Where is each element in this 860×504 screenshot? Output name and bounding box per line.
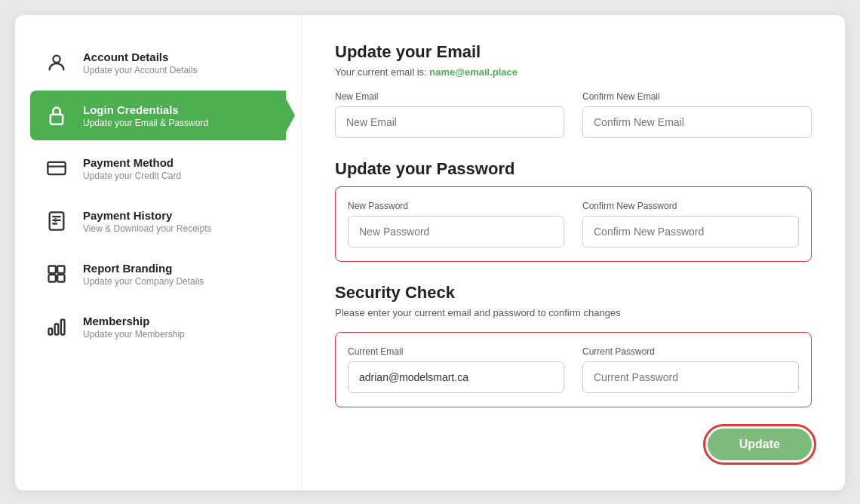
svg-rect-9 bbox=[49, 266, 56, 273]
svg-rect-2 bbox=[48, 162, 65, 174]
sidebar-item-payment-history-sub: View & Download your Receipts bbox=[83, 223, 212, 234]
svg-text:$: $ bbox=[54, 217, 57, 223]
email-section-sub: Your current email is: name@email.place bbox=[335, 66, 812, 78]
current-email-field-label: Current Email bbox=[348, 346, 564, 357]
current-password-label: Current Password bbox=[582, 346, 799, 357]
sidebar-item-report-branding-title: Report Branding bbox=[83, 262, 204, 275]
sidebar-item-membership-sub: Update your Membership bbox=[83, 329, 185, 340]
new-email-input[interactable] bbox=[335, 106, 564, 138]
svg-rect-14 bbox=[55, 324, 59, 335]
sidebar-item-login-credentials[interactable]: Login Credentials Update your Email & Pa… bbox=[30, 91, 286, 140]
credit-card-icon bbox=[42, 154, 71, 183]
confirm-email-input[interactable] bbox=[582, 106, 812, 138]
current-password-input[interactable] bbox=[582, 361, 799, 393]
password-form-row: New Password Confirm New Password bbox=[348, 201, 799, 247]
sidebar-item-membership[interactable]: Membership Update your Membership bbox=[30, 302, 286, 352]
svg-rect-12 bbox=[57, 275, 64, 281]
svg-rect-1 bbox=[51, 115, 63, 124]
sidebar: Account Details Update your Account Deta… bbox=[15, 15, 302, 490]
email-form-row: New Email Confirm New Email bbox=[335, 91, 812, 138]
sidebar-item-report-branding[interactable]: Report Branding Update your Company Deta… bbox=[30, 249, 286, 299]
update-btn-row: Update bbox=[335, 429, 812, 460]
sidebar-item-payment-history[interactable]: $ Payment History View & Download your R… bbox=[30, 196, 286, 246]
svg-rect-11 bbox=[49, 275, 56, 281]
new-password-input[interactable] bbox=[348, 216, 564, 247]
email-section-title: Update your Email bbox=[335, 42, 812, 62]
sidebar-item-payment-method-sub: Update your Credit Card bbox=[83, 171, 181, 181]
current-email-value: name@email.place bbox=[429, 66, 518, 78]
password-section-inner: New Password Confirm New Password bbox=[335, 186, 812, 262]
current-email-field[interactable] bbox=[348, 361, 564, 393]
sidebar-item-payment-history-title: Payment History bbox=[83, 209, 212, 222]
main-content: Update your Email Your current email is:… bbox=[302, 15, 845, 490]
lock-icon bbox=[42, 101, 71, 130]
sidebar-item-report-branding-sub: Update your Company Details bbox=[83, 276, 204, 287]
sidebar-item-account-details-sub: Update your Account Details bbox=[83, 65, 197, 75]
confirm-email-group: Confirm New Email bbox=[582, 91, 812, 138]
security-form-row: Current Email Current Password bbox=[348, 346, 799, 393]
sidebar-item-login-credentials-title: Login Credentials bbox=[83, 103, 208, 116]
sidebar-item-payment-method-title: Payment Method bbox=[83, 156, 181, 169]
sidebar-item-payment-method[interactable]: Payment Method Update your Credit Card bbox=[30, 143, 286, 193]
main-card: Account Details Update your Account Deta… bbox=[15, 15, 845, 490]
report-icon bbox=[42, 260, 71, 288]
security-section-sub: Please enter your current email and pass… bbox=[335, 307, 812, 318]
password-section-title: Update your Password bbox=[335, 159, 812, 179]
user-icon bbox=[42, 48, 71, 77]
receipt-icon: $ bbox=[42, 207, 71, 235]
sidebar-item-login-credentials-sub: Update your Email & Password bbox=[83, 118, 208, 128]
sidebar-item-account-details-title: Account Details bbox=[83, 51, 197, 63]
security-section-inner: Current Email Current Password bbox=[335, 332, 812, 407]
new-email-label: New Email bbox=[335, 91, 564, 102]
new-password-group: New Password bbox=[348, 201, 564, 247]
new-password-label: New Password bbox=[348, 201, 564, 211]
update-button[interactable]: Update bbox=[708, 429, 812, 460]
svg-rect-10 bbox=[57, 266, 64, 273]
svg-point-0 bbox=[53, 56, 60, 63]
current-email-group: Current Email bbox=[348, 346, 564, 393]
current-password-group: Current Password bbox=[582, 346, 799, 393]
security-section-title: Security Check bbox=[335, 283, 812, 303]
new-email-group: New Email bbox=[335, 91, 564, 138]
svg-rect-15 bbox=[61, 320, 65, 335]
confirm-password-input[interactable] bbox=[582, 216, 799, 247]
svg-rect-13 bbox=[49, 328, 53, 334]
sidebar-item-membership-title: Membership bbox=[83, 315, 185, 327]
security-section: Security Check Please enter your current… bbox=[335, 283, 812, 407]
password-section: Update your Password New Password Confir… bbox=[335, 159, 812, 262]
bar-chart-icon bbox=[42, 312, 71, 341]
confirm-password-group: Confirm New Password bbox=[582, 201, 799, 247]
email-section: Update your Email Your current email is:… bbox=[335, 42, 812, 138]
confirm-email-label: Confirm New Email bbox=[582, 91, 812, 102]
current-email-label: Your current email is: bbox=[335, 66, 427, 78]
confirm-password-label: Confirm New Password bbox=[582, 201, 799, 211]
sidebar-item-account-details[interactable]: Account Details Update your Account Deta… bbox=[30, 38, 286, 88]
